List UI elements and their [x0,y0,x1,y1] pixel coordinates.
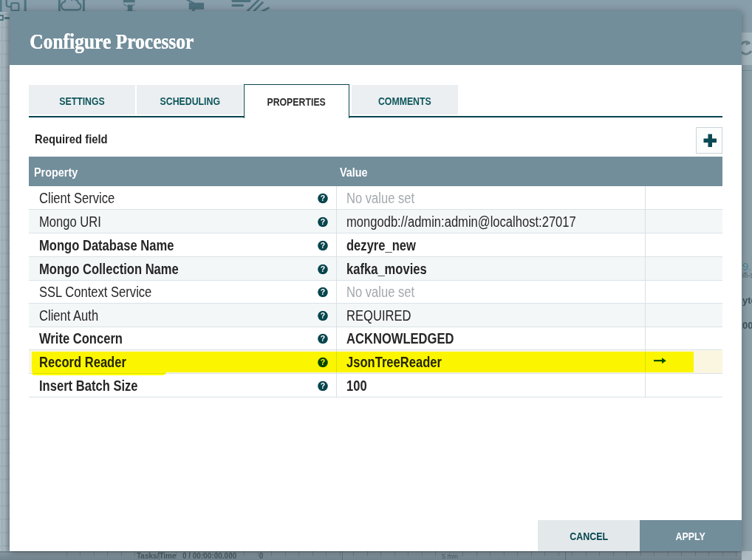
svg-text:?: ? [321,217,325,226]
svg-text:?: ? [321,241,325,250]
svg-text:?: ? [321,287,325,296]
svg-text:?: ? [321,381,325,390]
svg-text:?: ? [321,311,325,320]
svg-text:?: ? [321,194,325,202]
svg-text:?: ? [321,334,325,343]
svg-text:?: ? [321,264,325,273]
